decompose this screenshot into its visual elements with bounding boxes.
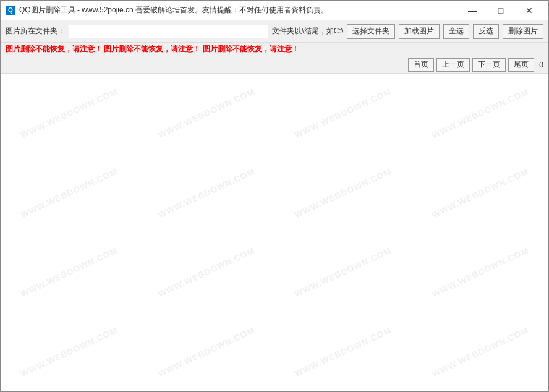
watermark-item: WWW.WEBDOWN.COM xyxy=(127,128,285,258)
page-count: 0 xyxy=(539,61,543,69)
watermark-item: WWW.WEBDOWN.COM xyxy=(1,207,148,337)
folder-label: 图片所在文件夹： xyxy=(6,26,65,36)
watermark-item: WWW.WEBDOWN.COM xyxy=(127,74,285,178)
minimize-button[interactable]: — xyxy=(458,1,487,20)
watermark-item: WWW.WEBDOWN.COM xyxy=(401,287,548,391)
watermark-item: WWW.WEBDOWN.COM xyxy=(127,287,285,391)
watermark-item: WWW.WEBDOWN.COM xyxy=(264,287,422,391)
toolbar: 图片所在文件夹： 文件夹以\结尾，如C:\ 选择文件夹 加载图片 全选 反选 删… xyxy=(1,20,548,43)
title-bar: Q QQ图片删除工具 - www.52pojie.cn 吾爱破解论坛首发。友情提… xyxy=(1,1,548,20)
delete-images-button[interactable]: 删除图片 xyxy=(503,24,543,39)
app-icon: Q xyxy=(6,6,15,15)
warning-text: 图片删除不能恢复，请注意！ 图片删除不能恢复，请注意！ 图片删除不能恢复，请注意… xyxy=(6,44,299,54)
watermark-item: WWW.WEBDOWN.COM xyxy=(401,74,548,178)
next-page-button[interactable]: 下一页 xyxy=(472,58,506,72)
watermark-item: WWW.WEBDOWN.COM xyxy=(264,74,422,178)
watermark-container: WWW.WEBDOWN.COMWWW.WEBDOWN.COMWWW.WEBDOW… xyxy=(1,74,548,391)
invert-button[interactable]: 反选 xyxy=(473,24,499,39)
warning-bar: 图片删除不能恢复，请注意！ 图片删除不能恢复，请注意！ 图片删除不能恢复，请注意… xyxy=(1,43,548,56)
title-bar-text: QQ图片删除工具 - www.52pojie.cn 吾爱破解论坛首发。友情提醒：… xyxy=(19,5,458,15)
path-input[interactable] xyxy=(69,25,268,38)
select-all-button[interactable]: 全选 xyxy=(443,24,469,39)
prev-page-button[interactable]: 上一页 xyxy=(436,58,470,72)
last-page-button[interactable]: 尾页 xyxy=(508,58,534,72)
maximize-button[interactable]: □ xyxy=(487,1,515,20)
main-content-area: WWW.WEBDOWN.COMWWW.WEBDOWN.COMWWW.WEBDOW… xyxy=(1,74,548,391)
watermark-item: WWW.WEBDOWN.COM xyxy=(1,128,148,258)
nav-bar: 首页 上一页 下一页 尾页 0 xyxy=(1,56,548,74)
ext-label: 文件夹以\结尾，如C:\ xyxy=(272,26,343,36)
watermark-item: WWW.WEBDOWN.COM xyxy=(264,207,422,337)
watermark-item: WWW.WEBDOWN.COM xyxy=(1,287,148,391)
watermark-item: WWW.WEBDOWN.COM xyxy=(264,128,422,258)
main-window: Q QQ图片删除工具 - www.52pojie.cn 吾爱破解论坛首发。友情提… xyxy=(0,0,549,392)
watermark-item: WWW.WEBDOWN.COM xyxy=(401,207,548,337)
watermark-item: WWW.WEBDOWN.COM xyxy=(1,74,148,178)
choose-folder-button[interactable]: 选择文件夹 xyxy=(347,24,395,39)
close-button[interactable]: ✕ xyxy=(515,1,543,20)
watermark-item: WWW.WEBDOWN.COM xyxy=(401,128,548,258)
watermark-item: WWW.WEBDOWN.COM xyxy=(127,207,285,337)
first-page-button[interactable]: 首页 xyxy=(408,58,434,72)
window-controls: — □ ✕ xyxy=(458,1,543,20)
load-images-button[interactable]: 加载图片 xyxy=(399,24,440,39)
